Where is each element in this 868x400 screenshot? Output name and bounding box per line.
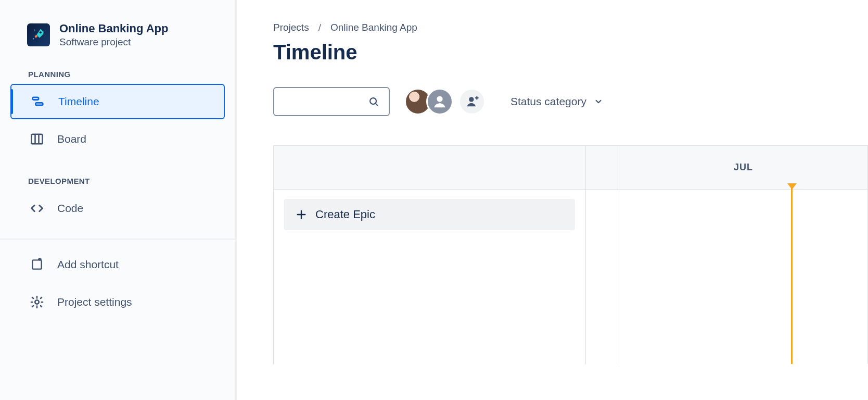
rocket-icon [31, 27, 46, 43]
plus-icon [296, 209, 307, 220]
project-header[interactable]: Online Banking App Software project [8, 22, 227, 63]
timeline-calendar[interactable]: JUL [619, 146, 867, 364]
create-epic-label: Create Epic [315, 208, 375, 221]
svg-point-0 [34, 30, 35, 31]
person-icon [432, 94, 448, 109]
svg-point-2 [33, 39, 34, 40]
svg-point-3 [40, 31, 42, 33]
toolbar: Status category [273, 87, 868, 116]
breadcrumb-project[interactable]: Online Banking App [330, 22, 417, 33]
today-marker [791, 188, 793, 364]
svg-rect-9 [32, 260, 41, 269]
avatar-unassigned[interactable] [426, 88, 453, 115]
project-name: Online Banking App [59, 22, 168, 35]
search-input[interactable] [273, 87, 390, 116]
svg-point-16 [469, 97, 474, 102]
page-title: Timeline [273, 41, 868, 64]
code-icon [29, 201, 45, 216]
gear-icon [29, 295, 45, 309]
sidebar-item-code[interactable]: Code [10, 191, 225, 226]
svg-rect-6 [32, 134, 43, 144]
timeline-grid: Create Epic JUL [273, 145, 868, 364]
sidebar: Online Banking App Software project PLAN… [0, 0, 237, 400]
sidebar-item-add-shortcut[interactable]: Add shortcut [10, 247, 225, 282]
avatar-stack [404, 88, 486, 115]
section-label-development: DEVELOPMENT [8, 169, 227, 190]
project-icon [27, 23, 50, 46]
board-icon [29, 132, 45, 146]
project-subtitle: Software project [59, 36, 168, 48]
timeline-month-header: JUL [619, 146, 867, 190]
create-epic-button[interactable]: Create Epic [284, 199, 575, 230]
sidebar-item-board[interactable]: Board [10, 121, 225, 157]
sidebar-item-label: Timeline [58, 95, 99, 108]
svg-rect-5 [35, 103, 43, 105]
timeline-icon [30, 94, 46, 109]
chevron-down-icon [594, 97, 603, 106]
sidebar-item-project-settings[interactable]: Project settings [10, 284, 225, 320]
svg-rect-4 [33, 97, 39, 100]
search-icon [368, 96, 379, 107]
svg-point-12 [35, 300, 39, 304]
svg-line-14 [376, 104, 378, 106]
svg-point-15 [437, 96, 442, 102]
sidebar-item-timeline[interactable]: Timeline [10, 84, 225, 119]
timeline-epic-column: Create Epic [274, 146, 586, 364]
sidebar-item-label: Board [57, 133, 86, 145]
sidebar-item-label: Add shortcut [57, 258, 119, 271]
timeline-month-label: JUL [734, 162, 753, 173]
breadcrumb: Projects / Online Banking App [273, 22, 868, 33]
timeline-left-header [274, 146, 585, 190]
section-label-planning: PLANNING [8, 63, 227, 83]
add-shortcut-icon [29, 258, 45, 271]
sidebar-divider [0, 239, 235, 240]
sidebar-item-label: Project settings [57, 296, 132, 308]
search-field[interactable] [284, 96, 368, 107]
timeline-gap-column [586, 146, 619, 364]
status-filter-label: Status category [510, 95, 586, 108]
sidebar-item-label: Code [57, 202, 83, 215]
add-person-icon [465, 94, 479, 109]
add-people-button[interactable] [458, 88, 486, 115]
breadcrumb-separator: / [318, 22, 321, 33]
main-content: Projects / Online Banking App Timeline [237, 0, 868, 400]
breadcrumb-root[interactable]: Projects [273, 22, 309, 33]
status-category-filter[interactable]: Status category [510, 95, 603, 108]
